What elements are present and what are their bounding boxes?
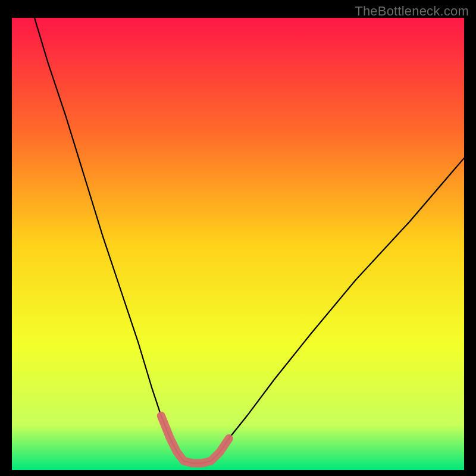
plot-area: [12, 18, 464, 470]
watermark-label: TheBottleneck.com: [355, 4, 469, 19]
chart-svg: [12, 18, 464, 470]
chart-frame: TheBottleneck.com: [0, 0, 476, 476]
gradient-background: [12, 18, 464, 470]
